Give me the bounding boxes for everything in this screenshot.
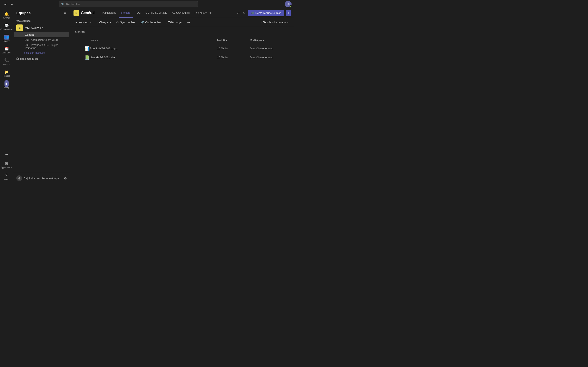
main-layout: 🔔 Activité 💬 Conversation 👥 Équipes 📅 Ca… bbox=[0, 8, 294, 184]
channel-item-003[interactable]: 003- Prospection 2.0, Buyer Personna bbox=[14, 42, 69, 50]
teams-title: Équipes bbox=[16, 11, 31, 15]
icon-sidebar: 🔔 Activité 💬 Conversation 👥 Équipes 📅 Ca… bbox=[0, 8, 13, 184]
files-content: General Nom ▾ Modifié ▾ Modifié par ▾ bbox=[70, 27, 294, 184]
nouveau-button[interactable]: + Nouveau ▾ bbox=[73, 20, 94, 25]
sidebar-item-aide[interactable]: ? Aide bbox=[1, 171, 12, 182]
nouveau-icon: + bbox=[76, 21, 77, 24]
appels-icon: 📞 bbox=[4, 58, 9, 63]
charger-button[interactable]: ↑ Charger ▾ bbox=[95, 20, 113, 25]
team-item-mkt[interactable]: B MKT ACTIVITY ••• bbox=[14, 23, 69, 32]
tab-publications[interactable]: Publications bbox=[99, 8, 119, 18]
table-row[interactable]: 📊 PLAN MKTG 2021.pptx 10 février Dina Ch… bbox=[75, 44, 289, 53]
user-avatar[interactable]: DC bbox=[285, 1, 292, 7]
settings-button[interactable]: ⚙ bbox=[64, 176, 67, 180]
top-bar: ◀ ▶ 🔍 Rechercher DC bbox=[0, 0, 294, 8]
copier-lien-icon: 🔗 bbox=[140, 21, 144, 24]
more-toolbar-icon: ••• bbox=[187, 21, 190, 24]
sidebar-item-label: Conversation bbox=[0, 28, 12, 31]
channel-name-header: Général bbox=[81, 11, 95, 15]
telecharger-button[interactable]: ↓ Télécharger bbox=[164, 20, 184, 25]
tab-tdb[interactable]: TDB bbox=[133, 8, 143, 18]
file-author-1: Dina Chevenement bbox=[250, 47, 287, 50]
sidebar-bottom: ••• ⊞ Applications ? Aide bbox=[1, 151, 12, 182]
teams-footer: ⊕ Rejoindre ou créer une équipe ⚙ bbox=[13, 173, 70, 184]
masked-channels-link[interactable]: 6 canaux masqués bbox=[13, 50, 70, 55]
sidebar-item-equipes[interactable]: 👥 Équipes bbox=[1, 33, 12, 44]
sidebar-item-calendrier[interactable]: 📅 Calendrier bbox=[1, 45, 12, 55]
aide-icon: ? bbox=[4, 173, 9, 178]
file-checkbox-1[interactable] bbox=[78, 47, 84, 50]
sidebar-item-applications[interactable]: ⊞ Applications bbox=[1, 159, 12, 170]
channel-item-general[interactable]: Général bbox=[14, 32, 69, 37]
refresh-button[interactable]: ↻ bbox=[242, 10, 246, 16]
column-modified-header[interactable]: Modifié ▾ bbox=[217, 39, 250, 42]
files-toolbar: + Nouveau ▾ ↑ Charger ▾ ⟳ Synchroniser 🔗… bbox=[70, 18, 294, 27]
expand-button[interactable]: ⤢ bbox=[236, 10, 241, 16]
start-meeting-button[interactable]: 📹 Démarrer une réunion bbox=[248, 10, 284, 16]
sidebar-item-conversation[interactable]: 💬 Conversation bbox=[1, 21, 12, 32]
sidebar-item-label: Applications bbox=[1, 166, 12, 169]
teams-list: Vos équipes B MKT ACTIVITY ••• Général 0… bbox=[13, 18, 70, 173]
tab-fichiers[interactable]: Fichiers bbox=[119, 8, 133, 18]
table-row[interactable]: 📗 plan MKTG 2021.xlsx 10 février Dina Ch… bbox=[75, 53, 289, 62]
file-table-header: Nom ▾ Modifié ▾ Modifié par ▾ bbox=[75, 37, 289, 44]
applications-icon: ⊞ bbox=[4, 161, 9, 166]
activite-icon: 🔔 bbox=[4, 11, 9, 16]
filter-button[interactable]: ≡ bbox=[63, 10, 67, 16]
view-selector-button[interactable]: ≡ Tous les documents ▾ bbox=[259, 20, 291, 25]
tab-more[interactable]: 2 de plus ▾ bbox=[192, 11, 208, 15]
copier-lien-button[interactable]: 🔗 Copier le lien bbox=[138, 20, 163, 25]
channel-item-001[interactable]: 001- Acquisition Client WEB bbox=[14, 37, 69, 42]
sidebar-item-label: Activité bbox=[3, 17, 9, 19]
nav-buttons: ◀ ▶ bbox=[2, 1, 15, 7]
nouveau-chevron-icon: ▾ bbox=[90, 21, 92, 24]
sidebar-item-beesy[interactable]: B Beesy bbox=[1, 80, 12, 90]
sidebar-item-label: Aide bbox=[4, 178, 8, 180]
charger-icon: ↑ bbox=[96, 21, 98, 24]
view-icon: ≡ bbox=[261, 21, 262, 24]
column-name-header[interactable]: Nom ▾ bbox=[91, 39, 217, 42]
header-actions: ⤢ ↻ 📹 Démarrer une réunion ▾ bbox=[236, 10, 291, 16]
nav-back-button[interactable]: ◀ bbox=[2, 1, 8, 7]
folder-label: General bbox=[75, 30, 289, 33]
file-name-2: plan MKTG 2021.xlsx bbox=[90, 56, 217, 59]
telecharger-icon: ↓ bbox=[165, 21, 167, 24]
xlsx-icon: 📗 bbox=[84, 55, 90, 60]
equipes-icon: 👥 bbox=[4, 35, 9, 40]
more-toolbar-button[interactable]: ••• bbox=[185, 20, 192, 25]
sidebar-item-label: Appels bbox=[3, 63, 9, 66]
channel-header: B Général Publications Fichiers TDB CETT… bbox=[70, 8, 294, 18]
main-content: B Général Publications Fichiers TDB CETT… bbox=[70, 8, 294, 184]
tab-cette-semaine[interactable]: CETTE SEMAINE bbox=[143, 8, 169, 18]
sidebar-item-activite[interactable]: 🔔 Activité bbox=[1, 10, 12, 21]
view-chevron-icon: ▾ bbox=[287, 21, 289, 24]
team-logo-small: B bbox=[73, 10, 79, 16]
add-tab-button[interactable]: + bbox=[208, 11, 213, 15]
section-label: Vos équipes bbox=[13, 18, 70, 23]
file-date-2: 10 février bbox=[217, 56, 250, 59]
search-icon: 🔍 bbox=[61, 3, 65, 6]
synchroniser-button[interactable]: ⟳ Synchroniser bbox=[114, 20, 138, 25]
masked-teams-label: Équipes masquées bbox=[13, 55, 70, 61]
file-checkbox-2[interactable] bbox=[78, 56, 84, 59]
join-team-button[interactable]: ⊕ Rejoindre ou créer une équipe bbox=[16, 175, 60, 181]
sidebar-more-button[interactable]: ••• bbox=[3, 151, 10, 159]
name-sort-icon: ▾ bbox=[96, 39, 98, 42]
sidebar-item-appels[interactable]: 📞 Appels bbox=[1, 56, 12, 67]
sidebar-item-fichiers[interactable]: 📁 Fichiers bbox=[1, 68, 12, 79]
nav-forward-button[interactable]: ▶ bbox=[9, 1, 15, 7]
toolbar-right: ≡ Tous les documents ▾ bbox=[259, 20, 291, 25]
column-modified-by-header[interactable]: Modifié par ▾ bbox=[250, 39, 287, 42]
chevron-down-icon: ▾ bbox=[205, 11, 207, 15]
beesy-icon: B bbox=[4, 80, 9, 87]
teams-sidebar: Équipes ≡ Vos équipes B MKT ACTIVITY •••… bbox=[13, 8, 70, 184]
start-meeting-dropdown-button[interactable]: ▾ bbox=[286, 10, 291, 16]
tab-aujourd-hui[interactable]: AUJOURD'HUI bbox=[169, 8, 192, 18]
search-bar[interactable]: 🔍 Rechercher bbox=[59, 1, 198, 7]
fichiers-icon: 📁 bbox=[4, 69, 9, 75]
modified-sort-icon: ▾ bbox=[226, 39, 227, 42]
synchroniser-icon: ⟳ bbox=[116, 21, 119, 24]
join-icon: ⊕ bbox=[16, 175, 22, 181]
calendrier-icon: 📅 bbox=[4, 46, 9, 51]
team-avatar-mkt: B bbox=[16, 25, 23, 31]
